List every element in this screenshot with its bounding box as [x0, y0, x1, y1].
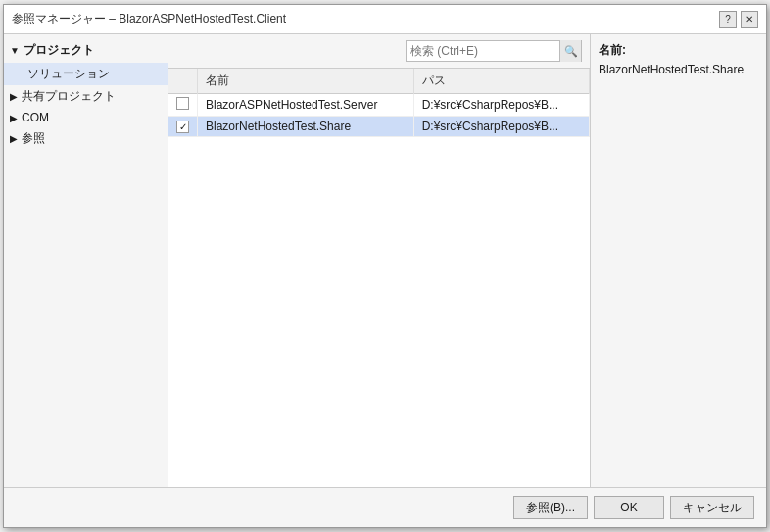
search-button[interactable]: 🔍 [559, 40, 581, 62]
table-body: BlazorASPNetHostedTest.Server D:¥src¥Csh… [168, 94, 590, 137]
table-area: 名前 パス [168, 69, 590, 487]
title-bar-controls: ? ✕ [719, 11, 758, 28]
info-label: 名前: [599, 42, 758, 59]
reference-manager-dialog: 参照マネージャー – BlazorASPNetHostedTest.Client… [3, 4, 767, 528]
sidebar-item-projects[interactable]: ▼ プロジェクト [4, 38, 168, 63]
references-arrow-icon: ▶ [10, 133, 18, 144]
checkbox-icon [176, 97, 189, 110]
info-panel: 名前: BlazorNetHostedTest.Share [590, 34, 766, 487]
table-header: 名前 パス [168, 69, 590, 94]
main-content: 🔍 名前 パス [168, 34, 590, 487]
row-0-check[interactable] [168, 94, 198, 117]
title-bar-left: 参照マネージャー – BlazorASPNetHostedTest.Client [12, 11, 286, 27]
checkbox-checked-icon: ✓ [176, 121, 189, 133]
title-bar: 参照マネージャー – BlazorASPNetHostedTest.Client… [4, 5, 766, 34]
ok-button[interactable]: OK [594, 496, 664, 519]
shared-projects-arrow-icon: ▶ [10, 91, 18, 102]
row-1-check[interactable]: ✓ [168, 117, 198, 137]
table-row[interactable]: BlazorASPNetHostedTest.Server D:¥src¥Csh… [168, 94, 590, 117]
help-button[interactable]: ? [719, 11, 737, 28]
row-1-name: BlazorNetHostedTest.Share [198, 117, 414, 137]
col-header-path: パス [413, 69, 589, 94]
com-arrow-icon: ▶ [10, 113, 18, 123]
footer: 参照(B)... OK キャンセル [4, 487, 766, 527]
col-header-check [168, 69, 198, 94]
browse-button[interactable]: 参照(B)... [513, 496, 588, 519]
sidebar-item-com[interactable]: ▶ COM [4, 108, 168, 127]
content-area: ▼ プロジェクト ソリューション ▶ 共有プロジェクト ▶ COM ▶ 参照 [4, 34, 766, 487]
search-input[interactable] [407, 44, 559, 58]
col-header-name: 名前 [198, 69, 414, 94]
cancel-button[interactable]: キャンセル [670, 496, 754, 519]
reference-table: 名前 パス [168, 69, 590, 137]
row-0-name: BlazorASPNetHostedTest.Server [198, 94, 414, 117]
row-0-path: D:¥src¥CsharpRepos¥B... [413, 94, 589, 117]
sidebar: ▼ プロジェクト ソリューション ▶ 共有プロジェクト ▶ COM ▶ 参照 [4, 34, 168, 487]
right-panel: 🔍 名前 パス [168, 34, 766, 487]
close-button[interactable]: ✕ [741, 11, 758, 28]
table-row[interactable]: ✓ BlazorNetHostedTest.Share D:¥src¥Cshar… [168, 117, 590, 137]
info-value: BlazorNetHostedTest.Share [599, 63, 758, 76]
sidebar-item-shared-projects[interactable]: ▶ 共有プロジェクト [4, 85, 168, 108]
search-bar: 🔍 [168, 34, 590, 69]
dialog-title: 参照マネージャー – BlazorASPNetHostedTest.Client [12, 11, 286, 27]
projects-arrow-icon: ▼ [10, 45, 20, 56]
sidebar-item-references[interactable]: ▶ 参照 [4, 127, 168, 150]
sidebar-item-solution[interactable]: ソリューション [4, 63, 168, 85]
row-1-path: D:¥src¥CsharpRepos¥B... [413, 117, 589, 137]
search-input-wrapper: 🔍 [406, 40, 582, 62]
